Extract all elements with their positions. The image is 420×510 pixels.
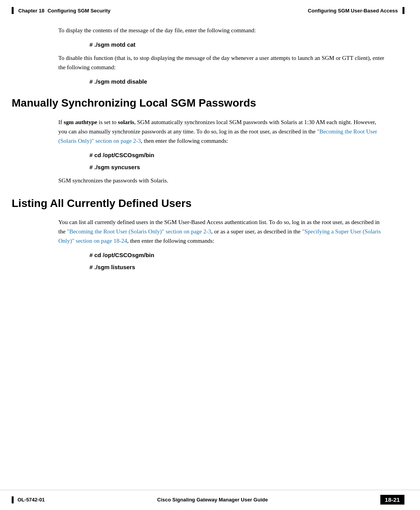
footer-left-bar xyxy=(12,496,14,503)
chapter-label: Chapter 18 xyxy=(18,8,44,14)
page-container: Chapter 18 Configuring SGM Security Conf… xyxy=(0,0,420,510)
section2-text-after2: , then enter the following commands: xyxy=(127,238,214,244)
intro-paragraph: To display the contents of the message o… xyxy=(58,26,385,35)
section1-bold2: solaris xyxy=(118,119,134,125)
section1-command1: # cd /opt/CSCOsgm/bin xyxy=(89,152,385,158)
section1-content: If sgm authtype is set to solaris, SGM a… xyxy=(35,117,385,185)
footer-ol-label: OL-5742-01 xyxy=(18,497,45,503)
footer-center: Cisco Signaling Gateway Manager User Gui… xyxy=(157,497,268,503)
section1-text-after-link: , then enter the following commands: xyxy=(141,138,228,144)
command-motd-disable: # ./sgm motd disable xyxy=(89,78,385,85)
section1-paragraph: If sgm authtype is set to solaris, SGM a… xyxy=(58,117,385,145)
disable-paragraph: To disable this function (that is, to st… xyxy=(58,53,385,72)
header-right: Configuring SGM User-Based Access xyxy=(308,7,404,14)
page-footer: OL-5742-01 Cisco Signaling Gateway Manag… xyxy=(0,490,420,510)
section1-text-middle1: is set to xyxy=(97,119,118,125)
section2-command1: # cd /opt/CSCOsgm/bin xyxy=(89,252,385,258)
section1-bold1: sgm authtype xyxy=(64,119,97,125)
section1-text-before1: If xyxy=(58,119,64,125)
footer-left: OL-5742-01 xyxy=(12,496,45,503)
section1-command2: # ./sgm syncusers xyxy=(89,164,385,170)
sync-paragraph: SGM synchronizes the passwords with Sola… xyxy=(58,176,385,185)
section2-content: You can list all currently defined users… xyxy=(35,217,385,270)
content-inner: To display the contents of the message o… xyxy=(35,26,385,85)
section2-paragraph: You can list all currently defined users… xyxy=(58,217,385,245)
header-left: Chapter 18 Configuring SGM Security xyxy=(12,7,110,14)
section2-text-middle: , or as a super user, as described in th… xyxy=(211,228,302,235)
page-header: Chapter 18 Configuring SGM Security Conf… xyxy=(0,0,420,18)
header-right-title: Configuring SGM User-Based Access xyxy=(308,8,398,14)
header-left-bar xyxy=(12,7,14,14)
section2-link1[interactable]: "Becoming the Root User (Solaris Only)" … xyxy=(67,228,211,235)
section1-heading: Manually Synchronizing Local SGM Passwor… xyxy=(12,96,385,110)
command-motd-cat: # ./sgm motd cat xyxy=(89,41,385,48)
section2-heading: Listing All Currently Defined Users xyxy=(12,197,385,210)
header-right-bar xyxy=(402,7,404,14)
main-content: To display the contents of the message o… xyxy=(0,18,420,299)
chapter-title: Configuring SGM Security xyxy=(47,8,110,14)
footer-page-number: 18-21 xyxy=(380,495,404,505)
section2-command2: # ./sgm listusers xyxy=(89,264,385,270)
